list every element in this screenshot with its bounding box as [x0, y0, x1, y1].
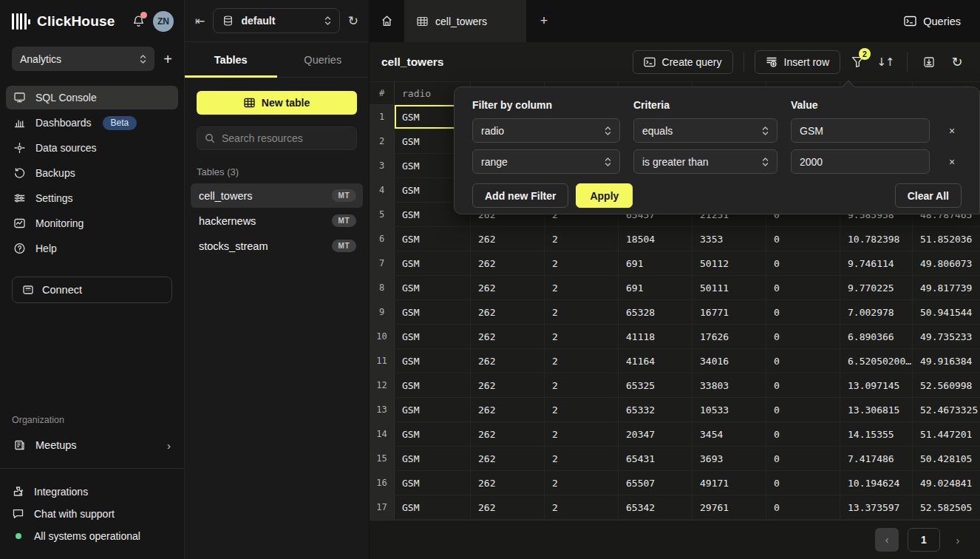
- avatar[interactable]: ZN: [153, 11, 174, 32]
- table-cell[interactable]: 29761: [693, 495, 766, 519]
- table-cell[interactable]: 0: [766, 276, 840, 299]
- table-cell[interactable]: 262: [471, 373, 545, 397]
- sidebar-item-chat-with-support[interactable]: Chat with support: [12, 503, 172, 525]
- table-cell[interactable]: 33803: [693, 373, 766, 397]
- table-cell[interactable]: 0: [766, 447, 840, 470]
- table-cell[interactable]: 0: [766, 373, 840, 397]
- table-list-item-stocks_stream[interactable]: stocks_streamMT: [191, 234, 363, 258]
- create-query-button[interactable]: Create query: [633, 50, 733, 74]
- notifications-bell-icon[interactable]: [131, 14, 146, 29]
- table-cell[interactable]: 0: [766, 398, 840, 421]
- table-cell[interactable]: 262: [471, 471, 545, 495]
- table-cell[interactable]: 49.817739: [913, 276, 980, 299]
- table-cell[interactable]: 2: [545, 447, 619, 470]
- prev-page-button[interactable]: ‹: [875, 528, 899, 552]
- table-cell[interactable]: 0: [766, 422, 840, 446]
- table-cell[interactable]: GSM: [395, 276, 471, 299]
- table-cell[interactable]: 10.782398: [840, 227, 913, 251]
- next-page-button[interactable]: ›: [949, 528, 967, 552]
- table-cell[interactable]: 13.097145: [840, 373, 913, 397]
- table-cell[interactable]: 262: [471, 251, 545, 275]
- table-cell[interactable]: 7.002978: [840, 300, 913, 324]
- table-cell[interactable]: 262: [471, 276, 545, 299]
- filter-column-select[interactable]: range: [472, 149, 620, 174]
- table-cell[interactable]: 65342: [619, 495, 693, 519]
- sidebar-item-sql-console[interactable]: SQL Console: [6, 86, 178, 109]
- tab-cell-towers[interactable]: cell_towers: [405, 0, 526, 42]
- filter-column-select[interactable]: radio: [472, 118, 620, 143]
- table-cell[interactable]: 262: [471, 227, 545, 251]
- sidebar-item-integrations[interactable]: Integrations: [12, 481, 172, 503]
- search-input[interactable]: [222, 132, 355, 144]
- table-cell[interactable]: 2: [545, 495, 619, 519]
- table-cell[interactable]: 3454: [693, 422, 766, 446]
- tab-queries[interactable]: Queries: [277, 42, 370, 77]
- table-cell[interactable]: 2: [545, 422, 619, 446]
- sidebar-item-all-systems-operational[interactable]: All systems operational: [12, 525, 172, 547]
- home-tab[interactable]: [370, 0, 405, 42]
- table-cell[interactable]: 52.582505: [913, 495, 980, 519]
- table-cell[interactable]: 6.890366: [840, 325, 913, 348]
- table-cell[interactable]: 49.916384: [913, 349, 980, 373]
- table-cell[interactable]: 10.194624: [840, 471, 913, 495]
- table-cell[interactable]: 691: [619, 276, 693, 299]
- table-cell[interactable]: 262: [471, 349, 545, 373]
- table-cell[interactable]: GSM: [395, 373, 471, 397]
- table-list-item-cell_towers[interactable]: cell_towersMT: [191, 183, 363, 208]
- download-button[interactable]: [918, 50, 940, 74]
- table-cell[interactable]: 6.52050200…: [840, 349, 913, 373]
- table-cell[interactable]: GSM: [395, 447, 471, 470]
- table-cell[interactable]: 17626: [693, 325, 766, 348]
- table-cell[interactable]: 65332: [619, 398, 693, 421]
- table-cell[interactable]: 13.373597: [840, 495, 913, 519]
- sidebar-item-help[interactable]: Help: [6, 237, 178, 260]
- add-new-filter-button[interactable]: Add new Filter: [472, 183, 568, 208]
- clickhouse-logo-icon[interactable]: [12, 13, 30, 30]
- table-cell[interactable]: 50111: [693, 276, 766, 299]
- table-row[interactable]: 12GSM26226532533803013.09714552.560998: [370, 373, 980, 398]
- table-cell[interactable]: 9.746114: [840, 251, 913, 275]
- table-cell[interactable]: 2: [545, 471, 619, 495]
- table-row[interactable]: 7GSM26226915011209.74611449.806073: [370, 251, 980, 276]
- table-cell[interactable]: GSM: [395, 227, 471, 251]
- table-cell[interactable]: 0: [766, 495, 840, 519]
- table-row[interactable]: 16GSM26226550749171010.19462449.024841: [370, 471, 980, 495]
- table-cell[interactable]: 34016: [693, 349, 766, 373]
- remove-filter-button[interactable]: ×: [943, 156, 961, 168]
- workspace-selector[interactable]: Analytics: [12, 47, 154, 71]
- table-cell[interactable]: 10533: [693, 398, 766, 421]
- tab-tables[interactable]: Tables: [185, 42, 277, 77]
- refresh-database-icon[interactable]: ↻: [348, 13, 358, 28]
- column-header[interactable]: #: [370, 82, 395, 104]
- insert-row-button[interactable]: Insert row: [755, 50, 840, 74]
- table-cell[interactable]: GSM: [395, 325, 471, 348]
- table-cell[interactable]: 0: [766, 300, 840, 324]
- current-page[interactable]: 1: [908, 528, 940, 552]
- table-cell[interactable]: 3693: [693, 447, 766, 470]
- sidebar-item-meetups[interactable]: Meetups›: [6, 433, 178, 458]
- table-row[interactable]: 11GSM2622411643401606.52050200…49.916384: [370, 349, 980, 373]
- table-cell[interactable]: 49171: [693, 471, 766, 495]
- table-cell[interactable]: GSM: [395, 471, 471, 495]
- table-cell[interactable]: 65325: [619, 373, 693, 397]
- table-cell[interactable]: 51.447201: [913, 422, 980, 446]
- sidebar-item-settings[interactable]: Settings: [6, 186, 178, 210]
- collapse-panel-icon[interactable]: ⇤: [195, 14, 205, 28]
- table-cell[interactable]: 52.560998: [913, 373, 980, 397]
- table-cell[interactable]: 0: [766, 325, 840, 348]
- table-cell[interactable]: 262: [471, 422, 545, 446]
- filter-button[interactable]: 2: [846, 50, 868, 74]
- table-row[interactable]: 9GSM2622653281677107.00297850.941544: [370, 300, 980, 325]
- sort-button[interactable]: ↓↑: [874, 50, 896, 74]
- table-cell[interactable]: 41118: [619, 325, 693, 348]
- filter-value-input[interactable]: [791, 118, 930, 143]
- table-cell[interactable]: 3353: [693, 227, 766, 251]
- connect-button[interactable]: Connect: [12, 277, 172, 303]
- table-cell[interactable]: 51.852036: [913, 227, 980, 251]
- table-cell[interactable]: 2: [545, 325, 619, 348]
- table-cell[interactable]: 262: [471, 495, 545, 519]
- table-cell[interactable]: 0: [766, 251, 840, 275]
- remove-filter-button[interactable]: ×: [943, 125, 961, 137]
- table-cell[interactable]: GSM: [395, 349, 471, 373]
- sidebar-item-dashboards[interactable]: DashboardsBeta: [6, 111, 178, 135]
